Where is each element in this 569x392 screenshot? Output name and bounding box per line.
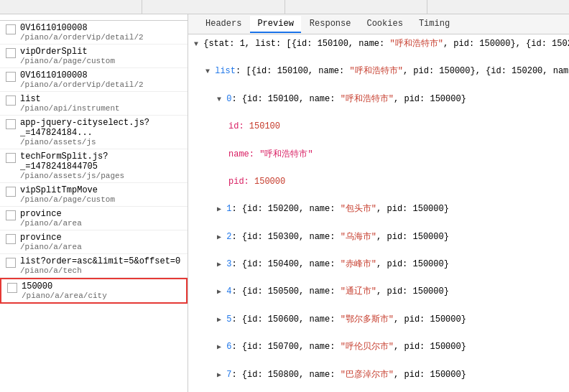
top-bar (0, 0, 569, 14)
json-root-line: {stat: 1, list: [{id: 150100, name: "呼和浩… (194, 37, 563, 51)
item-text: 0V16110100008 /piano/a/orderVip/detail/2 (20, 23, 144, 42)
item-checkbox[interactable] (6, 210, 16, 220)
item-text: techFormSplit.js?_=1478241844705 /piano/… (20, 151, 182, 180)
tabs-row: HeadersPreviewResponseCookiesTiming (188, 14, 569, 34)
list-arrow[interactable] (205, 66, 210, 76)
tab-response[interactable]: Response (302, 16, 358, 33)
item4-arrow[interactable] (217, 286, 221, 297)
item-path: /piano/a/orderVip/detail/2 (20, 33, 144, 42)
json-item2: 2: {id: 150300, name: "乌海市", pid: 150000… (194, 230, 563, 244)
item-checkbox[interactable] (6, 187, 16, 197)
json-item7: 7: {id: 150800, name: "巴彦淖尔市", pid: 1500… (194, 368, 563, 382)
top-bar-cell-3 (285, 0, 427, 14)
list-item[interactable]: list?order=asc&limit=5&offset=0 /piano/a… (0, 254, 188, 278)
item-checkbox[interactable] (6, 258, 16, 268)
json-list-line: list: [{id: 150100, name: "呼和浩特市", pid: … (194, 65, 563, 78)
list-item[interactable]: vipOrderSplit /piano/a/page/custom (0, 45, 188, 68)
item-name: vipSplitTmpMove (20, 185, 115, 195)
item-checkbox[interactable] (6, 119, 16, 129)
item-checkbox[interactable] (6, 95, 16, 106)
item-name: vipOrderSplit (20, 47, 115, 57)
json-item4: 4: {id: 150500, name: "通辽市", pid: 150000… (194, 285, 563, 299)
item-text: province /piano/a/area (20, 233, 82, 251)
item-text: vipSplitTmpMove /piano/a/page/custom (20, 185, 115, 204)
item-checkbox[interactable] (6, 24, 16, 34)
list-item[interactable]: 0V16110100008 /piano/a/orderVip/detail/2 (0, 21, 188, 45)
item-path: /piano/a/area (20, 219, 82, 228)
right-panel: HeadersPreviewResponseCookiesTiming {sta… (188, 14, 569, 392)
item-text: vipOrderSplit /piano/a/page/custom (20, 47, 115, 65)
item5-arrow[interactable] (217, 314, 221, 325)
item-name: techFormSplit.js?_=1478241844705 (20, 151, 182, 172)
json-item0-line: 0: {id: 150100, name: "呼和浩特市", pid: 1500… (194, 93, 563, 106)
item-path: /piano/a/orderVip/detail/2 (20, 80, 144, 89)
left-panel: 0V16110100008 /piano/a/orderVip/detail/2… (0, 14, 188, 392)
tab-headers[interactable]: Headers (198, 16, 249, 33)
item-name: list (20, 94, 120, 104)
item-name: 0V16110100008 (20, 70, 144, 80)
top-bar-cell-1 (0, 0, 142, 14)
list-item[interactable]: 150000 /piano/a/area/city (0, 278, 188, 304)
json-preview[interactable]: {stat: 1, list: [{id: 150100, name: "呼和浩… (188, 34, 569, 392)
item-checkbox[interactable] (6, 234, 16, 244)
json-name0: name: "呼和浩特市" (194, 148, 563, 162)
item6-arrow[interactable] (217, 342, 221, 352)
item-path: /piano/a/area/city (22, 291, 107, 300)
list-item[interactable]: list /piano/api/instrument (0, 92, 188, 116)
item-checkbox[interactable] (6, 72, 16, 82)
json-item6: 6: {id: 150700, name: "呼伦贝尔市", pid: 1500… (194, 340, 563, 354)
item-path: /piano/assets/js (20, 138, 182, 146)
json-item3: 3: {id: 150400, name: "赤峰市", pid: 150000… (194, 258, 563, 271)
json-item1: 1: {id: 150200, name: "包头市", pid: 150000… (194, 202, 563, 216)
main-container: 0V16110100008 /piano/a/orderVip/detail/2… (0, 14, 569, 392)
item-name: 150000 (22, 281, 107, 291)
tab-timing[interactable]: Timing (412, 16, 457, 33)
list-item[interactable]: province /piano/a/area (0, 230, 188, 254)
item-checkbox[interactable] (6, 153, 16, 163)
item3-arrow[interactable] (217, 259, 221, 269)
item-name: 0V16110100008 (20, 23, 144, 33)
item0-arrow[interactable] (217, 94, 221, 104)
item-path: /piano/api/instrument (20, 104, 120, 113)
item7-arrow[interactable] (217, 370, 221, 380)
top-bar-cell-4 (427, 0, 569, 14)
item-text: 0V16110100008 /piano/a/orderVip/detail/2 (20, 70, 144, 89)
json-pid0: pid: 150000 (194, 175, 563, 189)
left-header (0, 14, 188, 21)
request-list[interactable]: 0V16110100008 /piano/a/orderVip/detail/2… (0, 21, 188, 392)
tabs-container: HeadersPreviewResponseCookiesTiming (198, 16, 457, 33)
list-item[interactable]: 0V16110100008 /piano/a/orderVip/detail/2 (0, 68, 188, 92)
item-text: list /piano/api/instrument (20, 94, 120, 113)
item-name: app-jquery-cityselect.js?_=147824184... (20, 118, 182, 138)
item-path: /piano/a/tech (20, 266, 180, 275)
list-item[interactable]: vipSplitTmpMove /piano/a/page/custom (0, 183, 188, 207)
item-path: /piano/a/area (20, 243, 82, 251)
list-item[interactable]: app-jquery-cityselect.js?_=147824184... … (0, 116, 188, 149)
top-bar-cell-2 (142, 0, 284, 14)
list-item[interactable]: techFormSplit.js?_=1478241844705 /piano/… (0, 149, 188, 183)
item-text: province /piano/a/area (20, 209, 82, 228)
item-checkbox[interactable] (7, 283, 17, 293)
item-checkbox[interactable] (6, 48, 16, 58)
json-item5: 5: {id: 150600, name: "鄂尔多斯市", pid: 1500… (194, 313, 563, 327)
item-path: /piano/a/page/custom (20, 195, 115, 204)
root-arrow[interactable] (194, 39, 198, 49)
item-name: list?order=asc&limit=5&offset=0 (20, 256, 180, 266)
item-text: 150000 /piano/a/area/city (22, 281, 107, 300)
item1-arrow[interactable] (217, 204, 221, 214)
json-id0: id: 150100 (194, 120, 563, 134)
tab-preview[interactable]: Preview (250, 16, 300, 33)
item2-arrow[interactable] (217, 232, 221, 242)
item-name: province (20, 209, 82, 219)
item-name: province (20, 233, 82, 243)
list-item[interactable]: province /piano/a/area (0, 207, 188, 230)
item-path: /piano/a/page/custom (20, 57, 115, 65)
item-path: /piano/assets/js/pages (20, 172, 182, 180)
tab-cookies[interactable]: Cookies (359, 16, 410, 33)
item-text: app-jquery-cityselect.js?_=147824184... … (20, 118, 182, 146)
item-text: list?order=asc&limit=5&offset=0 /piano/a… (20, 256, 180, 275)
